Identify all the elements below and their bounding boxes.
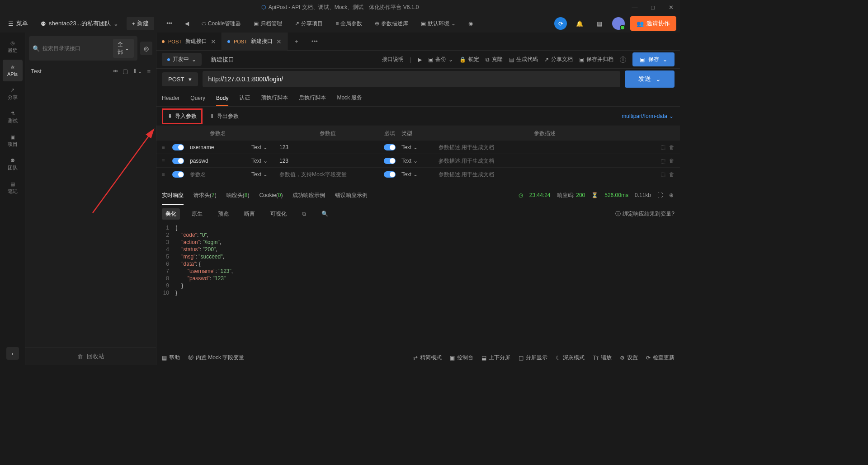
minimize-button[interactable]: — bbox=[626, 0, 644, 14]
globe-icon[interactable]: ⊕ bbox=[669, 192, 674, 198]
rtab-resphead[interactable]: 响应头(8) bbox=[226, 186, 250, 205]
menu-button[interactable]: ☰菜单 bbox=[4, 17, 33, 30]
branch-icon[interactable]: ⚮ bbox=[113, 68, 118, 75]
vtab-visual[interactable]: 可视化 bbox=[267, 208, 290, 220]
tab-2[interactable]: POST 新建接口 ✕ bbox=[222, 33, 288, 51]
rtab-success[interactable]: 成功响应示例 bbox=[292, 186, 325, 205]
recycle-bin[interactable]: 🗑 回收站 bbox=[25, 348, 156, 365]
param-value-input[interactable] bbox=[279, 171, 376, 178]
rtab-cookie[interactable]: Cookie(0) bbox=[259, 187, 283, 204]
drag-handle[interactable]: ≡ bbox=[156, 171, 170, 178]
check-update[interactable]: ⟳ 检查更新 bbox=[646, 354, 675, 362]
nav-recent[interactable]: ◷最近 bbox=[3, 36, 23, 58]
nav-project[interactable]: ▣项目 bbox=[3, 130, 23, 152]
url-input[interactable] bbox=[203, 71, 620, 87]
param-desc-input[interactable] bbox=[439, 171, 651, 178]
delete-icon[interactable]: 🗑 bbox=[669, 144, 675, 150]
vtab-assert[interactable]: 断言 bbox=[241, 208, 259, 220]
cube-icon[interactable]: ⬚ bbox=[660, 158, 665, 164]
type-select[interactable]: Text⌄ bbox=[250, 144, 276, 150]
sharedoc-link[interactable]: ↗ 分享文档 bbox=[544, 56, 573, 63]
console[interactable]: ▣ 控制台 bbox=[450, 354, 473, 362]
drag-handle[interactable]: ≡ bbox=[156, 144, 170, 150]
rtab-reqhead[interactable]: 请求头(7) bbox=[193, 186, 217, 205]
nav-share[interactable]: ↗分享 bbox=[3, 83, 23, 105]
save-button[interactable]: ▣ 保存 ⌄ bbox=[632, 52, 675, 66]
content-type-selector[interactable]: multipart/form-data⌄ bbox=[622, 113, 674, 119]
subtab-prescript[interactable]: 预执行脚本 bbox=[261, 89, 288, 106]
close-icon[interactable]: ✕ bbox=[276, 38, 282, 45]
archive-link[interactable]: ▣ 保存并归档 bbox=[579, 56, 613, 63]
avatar[interactable] bbox=[612, 17, 625, 30]
search-icon[interactable]: 🔍 bbox=[318, 209, 332, 219]
dark-mode[interactable]: ☾ 深灰模式 bbox=[556, 354, 585, 362]
compact-mode[interactable]: ⇄ 精简模式 bbox=[413, 354, 442, 362]
enable-toggle[interactable] bbox=[172, 171, 184, 178]
enable-toggle[interactable] bbox=[172, 158, 184, 164]
more-button[interactable]: ••• bbox=[162, 18, 177, 29]
cookie-manager[interactable]: ⬭Cookie管理器 bbox=[197, 17, 245, 30]
archive-manage[interactable]: ▣归档管理 bbox=[249, 17, 287, 30]
subtab-body[interactable]: Body bbox=[216, 90, 228, 106]
sync-button[interactable]: ⟳ bbox=[554, 17, 567, 30]
mock-vars-link[interactable]: Ⓜ 内置 Mock 字段变量 bbox=[188, 354, 244, 362]
datatype-select[interactable]: Text⌄ bbox=[400, 144, 435, 150]
cube-icon[interactable]: ⬚ bbox=[660, 171, 665, 178]
import-params-button[interactable]: ⬇导入参数 bbox=[162, 108, 203, 124]
new-button[interactable]: +新建 bbox=[127, 17, 155, 30]
list-icon[interactable]: ≡ bbox=[147, 68, 151, 75]
nav-note[interactable]: ▤笔记 bbox=[3, 177, 23, 199]
env-selector[interactable]: ▣默认环境⌄ bbox=[416, 17, 460, 30]
subtab-mock[interactable]: Mock 服务 bbox=[337, 89, 362, 106]
param-name-input[interactable] bbox=[190, 171, 246, 178]
delete-icon[interactable]: 🗑 bbox=[669, 171, 675, 178]
required-toggle[interactable] bbox=[384, 171, 396, 178]
team-selector[interactable]: ⚉shentao23...的私有团队⌄ bbox=[36, 17, 123, 30]
datatype-select[interactable]: Text⌄ bbox=[400, 171, 435, 178]
type-select[interactable]: Text⌄ bbox=[250, 158, 276, 164]
param-desc-input[interactable] bbox=[439, 158, 651, 164]
share-project[interactable]: ↗分享项目 bbox=[290, 17, 327, 30]
subtab-query[interactable]: Query bbox=[190, 90, 205, 106]
download-icon[interactable]: ⬇⌄ bbox=[132, 68, 142, 75]
help-link[interactable]: ▤ 帮助 bbox=[162, 354, 180, 362]
invite-button[interactable]: 👥邀请协作 bbox=[630, 16, 676, 31]
subtab-header[interactable]: Header bbox=[162, 90, 179, 106]
filter-pill[interactable]: 全部⌄ bbox=[113, 39, 134, 58]
split-vertical[interactable]: ⬓ 上下分屏 bbox=[481, 354, 510, 362]
api-desc[interactable]: 接口说明 bbox=[382, 56, 404, 63]
export-params-button[interactable]: ⬆导出参数 bbox=[210, 113, 239, 120]
collapse-button[interactable]: ‹ bbox=[6, 347, 19, 360]
param-library[interactable]: ⊕参数描述库 bbox=[370, 17, 413, 30]
param-value-input[interactable] bbox=[279, 158, 376, 164]
api-name-input[interactable] bbox=[206, 53, 269, 66]
split-display[interactable]: ◫ 分屏显示 bbox=[519, 354, 547, 362]
status-chip[interactable]: 开发中⌄ bbox=[162, 53, 202, 66]
lock-link[interactable]: 🔒 锁定 bbox=[459, 56, 479, 63]
tab-1[interactable]: POST 新建接口 ✕ bbox=[156, 33, 222, 51]
rtab-error[interactable]: 错误响应示例 bbox=[335, 186, 368, 205]
gencode-link[interactable]: ▤ 生成代码 bbox=[509, 56, 538, 63]
vtab-raw[interactable]: 原生 bbox=[188, 208, 206, 220]
enable-toggle[interactable] bbox=[172, 144, 184, 150]
nav-apis[interactable]: ⚛APIs bbox=[3, 60, 23, 81]
folder-icon[interactable]: ▢ bbox=[123, 68, 128, 75]
add-tab-button[interactable]: + bbox=[288, 38, 306, 45]
subtab-postscript[interactable]: 后执行脚本 bbox=[299, 89, 326, 106]
datatype-select[interactable]: Text⌄ bbox=[400, 158, 435, 164]
close-button[interactable]: ✕ bbox=[662, 0, 680, 14]
cube-icon[interactable]: ⬚ bbox=[660, 144, 665, 150]
expand-icon[interactable]: ⛶ bbox=[657, 192, 663, 198]
close-icon[interactable]: ✕ bbox=[211, 38, 216, 45]
bind-variable-link[interactable]: ⓘ绑定响应结果到变量? bbox=[615, 210, 675, 218]
send-button[interactable]: 发送⌄ bbox=[625, 70, 675, 88]
param-desc-input[interactable] bbox=[439, 144, 651, 150]
param-name-input[interactable] bbox=[190, 158, 246, 164]
vtab-preview[interactable]: 预览 bbox=[214, 208, 232, 220]
note-icon[interactable]: ▤ bbox=[592, 16, 607, 31]
param-name-input[interactable] bbox=[190, 144, 246, 150]
bell-icon[interactable]: 🔔 bbox=[572, 16, 587, 31]
param-value-input[interactable] bbox=[279, 144, 376, 150]
nav-test[interactable]: ⚗测试 bbox=[3, 107, 23, 128]
global-params[interactable]: ≡全局参数 bbox=[331, 17, 367, 30]
